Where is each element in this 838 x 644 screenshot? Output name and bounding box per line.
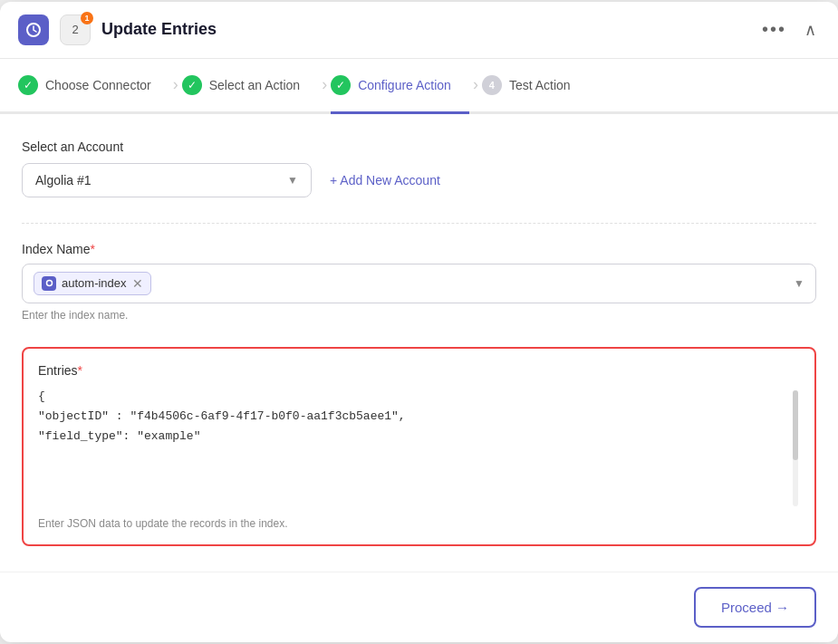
titlebar-actions: ••• ∧ bbox=[758, 15, 820, 43]
steps-bar: ✓ Choose Connector › ✓ Select an Action … bbox=[0, 59, 838, 114]
add-account-button[interactable]: + Add New Account bbox=[326, 166, 444, 195]
collapse-button[interactable]: ∧ bbox=[801, 16, 820, 43]
step-test-action[interactable]: 4 Test Action bbox=[482, 59, 589, 111]
tag-value: autom-index bbox=[62, 276, 127, 290]
svg-point-1 bbox=[46, 281, 52, 286]
step-check-icon: ✓ bbox=[18, 75, 38, 95]
account-section: Select an Account Algolia #1 ▼ + Add New… bbox=[22, 139, 816, 197]
proceed-label: Proceed → bbox=[721, 600, 789, 615]
more-options-button[interactable]: ••• bbox=[758, 15, 790, 43]
step-badge: 2 1 bbox=[60, 14, 91, 45]
tag-remove-button[interactable]: ✕ bbox=[132, 277, 143, 290]
step-divider-2: › bbox=[318, 75, 331, 94]
notification-badge: 1 bbox=[81, 12, 93, 24]
step-check-icon-2: ✓ bbox=[182, 75, 202, 95]
step-configure-action[interactable]: ✓ Configure Action bbox=[331, 59, 469, 111]
page-title: Update Entries bbox=[101, 20, 747, 39]
step-divider-1: › bbox=[169, 75, 182, 94]
entries-textarea[interactable]: { "objectID" : "f4b4506c-6af9-4f17-b0f0-… bbox=[38, 387, 787, 507]
section-divider bbox=[22, 223, 816, 224]
step-check-icon-3: ✓ bbox=[331, 75, 351, 95]
step-select-action[interactable]: ✓ Select an Action bbox=[182, 59, 318, 111]
index-name-hint: Enter the index name. bbox=[22, 309, 816, 322]
content-area: Select an Account Algolia #1 ▼ + Add New… bbox=[0, 114, 838, 572]
index-name-tag: autom-index ✕ bbox=[34, 272, 151, 295]
step-num-icon: 4 bbox=[482, 75, 502, 95]
account-selected-value: Algolia #1 bbox=[35, 173, 92, 187]
step-choose-connector[interactable]: ✓ Choose Connector bbox=[18, 59, 169, 111]
code-wrapper: { "objectID" : "f4b4506c-6af9-4f17-b0f0-… bbox=[38, 387, 800, 511]
step-choose-connector-label: Choose Connector bbox=[45, 78, 151, 92]
index-name-label: Index Name* bbox=[22, 242, 816, 256]
entries-hint: Enter JSON data to update the records in… bbox=[38, 517, 800, 530]
entries-section: Entries* { "objectID" : "f4b4506c-6af9-4… bbox=[22, 347, 816, 547]
chevron-down-icon: ▼ bbox=[287, 174, 298, 187]
app-icon bbox=[18, 14, 49, 45]
step-divider-3: › bbox=[469, 75, 482, 94]
account-dropdown[interactable]: Algolia #1 ▼ bbox=[22, 163, 312, 197]
proceed-button[interactable]: Proceed → bbox=[694, 587, 816, 628]
step-select-action-label: Select an Action bbox=[209, 78, 300, 92]
titlebar: 2 1 Update Entries ••• ∧ bbox=[0, 2, 838, 59]
step-configure-action-label: Configure Action bbox=[358, 78, 451, 92]
add-account-label: + Add New Account bbox=[330, 173, 440, 187]
account-row: Algolia #1 ▼ + Add New Account bbox=[22, 163, 816, 197]
index-name-input[interactable]: autom-index ✕ ▼ bbox=[22, 264, 816, 303]
chevron-down-icon-2: ▼ bbox=[794, 277, 804, 290]
step-test-action-label: Test Action bbox=[509, 78, 571, 92]
main-window: 2 1 Update Entries ••• ∧ ✓ Choose Connec… bbox=[0, 2, 838, 643]
scrollbar-thumb bbox=[793, 390, 798, 460]
entries-label: Entries* bbox=[38, 363, 800, 378]
account-label: Select an Account bbox=[22, 139, 816, 154]
scrollbar-track bbox=[793, 390, 798, 507]
index-name-section: Index Name* autom-index ✕ ▼ Enter the in… bbox=[22, 242, 816, 322]
tag-connector-icon bbox=[42, 276, 56, 291]
footer: Proceed → bbox=[0, 572, 838, 642]
